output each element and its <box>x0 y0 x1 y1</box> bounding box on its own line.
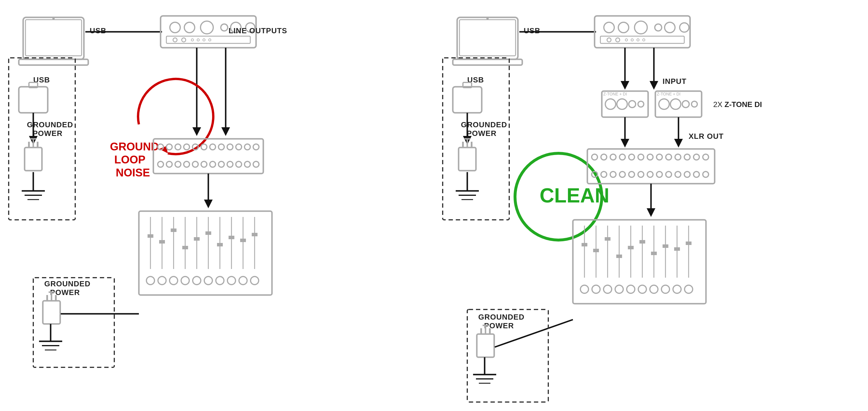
svg-point-192 <box>684 171 690 177</box>
svg-point-187 <box>638 171 644 177</box>
svg-point-17 <box>203 39 205 41</box>
svg-point-48 <box>201 144 207 150</box>
svg-rect-102 <box>43 301 60 324</box>
svg-text:LOOP: LOOP <box>114 154 146 166</box>
mixer-right <box>573 220 706 304</box>
svg-point-97 <box>227 277 236 285</box>
svg-point-55 <box>158 161 163 167</box>
svg-point-93 <box>181 277 189 285</box>
svg-point-120 <box>618 22 629 33</box>
svg-point-49 <box>210 144 216 150</box>
svg-rect-115 <box>453 59 522 65</box>
svg-point-160 <box>671 99 681 109</box>
svg-point-122 <box>655 24 662 31</box>
ground-symbol-bottom-right <box>477 325 494 357</box>
svg-point-177 <box>666 154 672 160</box>
svg-point-51 <box>227 144 233 150</box>
svg-point-46 <box>184 144 189 150</box>
input-label: INPUT <box>662 77 687 86</box>
svg-point-99 <box>251 277 259 285</box>
svg-point-159 <box>659 99 669 109</box>
svg-rect-23 <box>19 87 48 113</box>
svg-point-91 <box>158 277 166 285</box>
svg-text:GROUNDED: GROUNDED <box>478 313 525 321</box>
svg-point-188 <box>647 171 653 177</box>
svg-point-3 <box>52 18 55 20</box>
svg-point-220 <box>603 285 612 293</box>
svg-rect-81 <box>159 240 165 244</box>
svg-point-194 <box>703 171 709 177</box>
svg-point-170 <box>601 154 607 160</box>
svg-point-180 <box>693 154 699 160</box>
left-diagram: USB L <box>0 0 434 411</box>
svg-point-176 <box>656 154 662 160</box>
svg-point-124 <box>680 23 689 32</box>
svg-rect-216 <box>674 247 680 251</box>
svg-point-65 <box>245 161 250 167</box>
svg-text:GROUNDED: GROUNDED <box>44 279 91 288</box>
svg-rect-215 <box>662 244 669 248</box>
svg-point-174 <box>638 154 644 160</box>
svg-point-98 <box>239 277 247 285</box>
svg-rect-1 <box>26 20 82 56</box>
svg-point-53 <box>245 144 250 150</box>
svg-point-96 <box>216 277 224 285</box>
svg-point-66 <box>253 161 259 167</box>
line-outputs-label: LINE OUTPUTS <box>228 26 287 35</box>
patchbay-left <box>153 139 263 173</box>
svg-point-179 <box>684 154 690 160</box>
svg-point-131 <box>643 39 645 41</box>
main-container: USB L <box>0 0 868 411</box>
svg-point-60 <box>201 161 207 167</box>
svg-point-94 <box>193 277 201 285</box>
svg-rect-210 <box>605 237 611 241</box>
svg-point-92 <box>169 277 178 285</box>
svg-point-186 <box>629 171 634 177</box>
svg-point-223 <box>638 285 646 293</box>
right-diagram: USB USB <box>434 0 868 411</box>
svg-marker-20 <box>192 127 201 136</box>
svg-marker-196 <box>647 208 655 217</box>
svg-point-62 <box>218 161 224 167</box>
svg-marker-68 <box>204 199 213 208</box>
svg-point-169 <box>592 154 597 160</box>
svg-text:NOISE: NOISE <box>116 167 150 179</box>
svg-rect-211 <box>616 255 622 258</box>
svg-rect-83 <box>182 246 188 249</box>
svg-point-119 <box>604 22 614 33</box>
svg-point-56 <box>166 161 172 167</box>
svg-point-126 <box>607 38 611 42</box>
svg-point-18 <box>209 39 211 41</box>
svg-rect-88 <box>240 239 246 242</box>
svg-point-59 <box>192 161 198 167</box>
svg-point-8 <box>200 21 213 34</box>
usb-power-brick-right <box>453 83 482 113</box>
svg-point-227 <box>685 285 693 293</box>
svg-point-90 <box>146 277 155 285</box>
svg-point-172 <box>619 154 625 160</box>
svg-point-95 <box>204 277 212 285</box>
svg-point-44 <box>166 144 172 150</box>
svg-point-123 <box>664 22 675 33</box>
svg-rect-114 <box>460 20 516 56</box>
audio-interface-right <box>595 16 690 48</box>
patchbay-right <box>587 149 715 184</box>
svg-marker-22 <box>221 127 230 136</box>
svg-point-116 <box>486 18 489 20</box>
svg-point-129 <box>631 39 633 41</box>
svg-rect-213 <box>640 240 645 244</box>
svg-marker-167 <box>674 139 683 148</box>
svg-point-193 <box>693 171 699 177</box>
svg-point-130 <box>637 39 639 41</box>
svg-point-58 <box>184 161 189 167</box>
svg-rect-230 <box>477 334 494 357</box>
svg-point-218 <box>580 285 589 293</box>
svg-point-189 <box>656 171 662 177</box>
svg-point-175 <box>647 154 653 160</box>
svg-point-52 <box>236 144 242 150</box>
svg-point-127 <box>616 38 620 42</box>
svg-rect-89 <box>252 233 257 236</box>
svg-point-50 <box>218 144 224 150</box>
svg-text:Z-TONE + DI: Z-TONE + DI <box>603 92 627 96</box>
svg-point-54 <box>253 144 259 150</box>
